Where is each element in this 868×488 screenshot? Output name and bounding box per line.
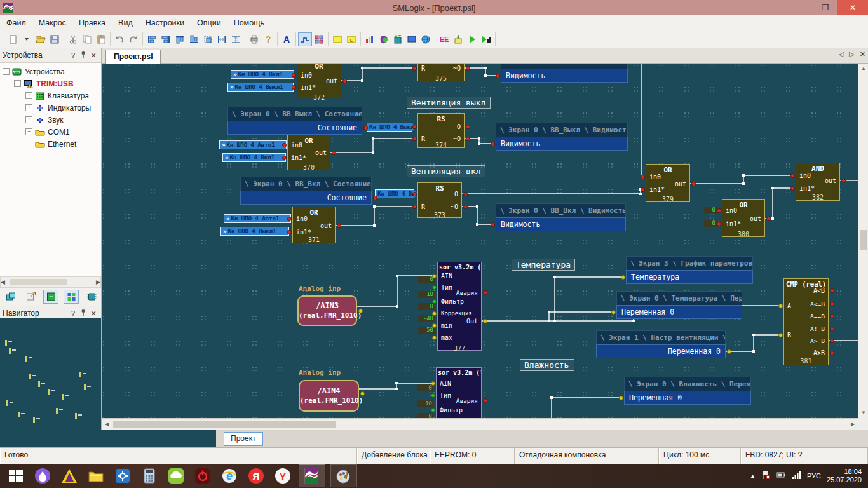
tree-item-COM1[interactable]: +COM1: [0, 126, 101, 138]
canvas-vscrollbar[interactable]: ▲ ▼: [858, 64, 868, 418]
pin-dot[interactable]: [360, 391, 365, 396]
const-value[interactable]: 50: [418, 327, 435, 334]
pin-dot[interactable]: [790, 173, 795, 178]
eeprom-icon[interactable]: EE: [437, 32, 451, 46]
pin-dot[interactable]: [412, 125, 417, 129]
tree-expand-toggle[interactable]: +: [25, 128, 32, 135]
navigator-pin-icon[interactable]: [78, 309, 88, 318]
power-icon[interactable]: [192, 465, 214, 487]
block-size-icon[interactable]: [201, 32, 215, 46]
new-file-icon[interactable]: [6, 32, 20, 46]
pin-dot[interactable]: [830, 327, 834, 331]
smlogix-taskbar-button[interactable]: [299, 464, 325, 487]
pin-dot[interactable]: [491, 142, 495, 146]
signal-tag[interactable]: »Кн ШПО 4 Вкл1: [222, 153, 286, 162]
minimize-button[interactable]: –: [789, 0, 813, 15]
triangle-app-icon[interactable]: [58, 465, 80, 487]
canvas-label[interactable]: Температура: [512, 259, 575, 271]
scroll-right-icon[interactable]: ▶: [848, 419, 858, 430]
tree-hscrollbar[interactable]: ◀▶: [0, 276, 101, 288]
pin-dot[interactable]: [287, 230, 292, 234]
pin-dot[interactable]: [611, 310, 616, 315]
pin-dot[interactable]: [358, 309, 363, 313]
pin-dot[interactable]: [363, 126, 368, 130]
restore-button[interactable]: ❐: [813, 0, 837, 15]
cascade-icon[interactable]: [3, 290, 18, 304]
globe-icon[interactable]: [419, 32, 433, 46]
fbd-block-or[interactable]: ORin0in1*out372: [297, 64, 341, 98]
note-icon[interactable]: [330, 32, 344, 46]
navigator-minimap[interactable]: [0, 318, 101, 430]
devices-close-button[interactable]: ✕: [88, 51, 98, 60]
pin-dot[interactable]: [292, 73, 296, 78]
pin-dot[interactable]: [496, 74, 500, 78]
pin-dot[interactable]: [431, 381, 435, 386]
tree-expand-toggle[interactable]: +: [25, 116, 32, 123]
open-folder-icon[interactable]: [34, 32, 48, 46]
copy-icon[interactable]: [80, 32, 94, 46]
action-center-flag-icon[interactable]: [761, 470, 771, 482]
fbd-block-or[interactable]: ORin0in1*out379: [646, 164, 690, 202]
pin-dot[interactable]: [412, 137, 417, 141]
tab-nav-▷[interactable]: ▷: [849, 50, 854, 58]
tree-item-Устройства[interactable]: −Устройства: [0, 65, 101, 78]
tray-expand-icon[interactable]: ▲: [750, 473, 756, 479]
pin-dot[interactable]: [412, 66, 417, 71]
canvas-label[interactable]: Вентиляция выкл: [407, 97, 491, 109]
pin-dot[interactable]: [830, 339, 834, 343]
pin-dot[interactable]: [466, 137, 470, 141]
const-value[interactable]: 10: [417, 400, 433, 407]
paint-taskbar-button[interactable]: [330, 464, 357, 487]
pin-dot[interactable]: [292, 85, 296, 90]
screen-var-block[interactable]: \ Экран 1 \ Настр вентиляции \ ПереПерем…: [596, 330, 726, 358]
align-top-icon[interactable]: [173, 32, 187, 46]
close-button[interactable]: ✕: [837, 0, 868, 15]
screen-var-block[interactable]: \ Экран 3 \ График параметров \ ТеТемпер…: [626, 256, 753, 284]
fbd-block-or[interactable]: ORin0in1*out380: [722, 199, 765, 237]
screen-var-block[interactable]: \ Экран 0 \ ВВ_Вкл \ ВидимостьВидимость: [496, 203, 626, 231]
pin-dot[interactable]: [432, 311, 437, 316]
tree-expand-toggle[interactable]: −: [3, 68, 10, 75]
pin-dot[interactable]: [431, 408, 435, 412]
pin-dot[interactable]: [466, 125, 470, 129]
menu-Файл[interactable]: Файл: [0, 17, 32, 29]
fbd-block-ain4[interactable]: /AIN4(real,FMR_1010): [299, 380, 359, 412]
vscroll-thumb[interactable]: [860, 230, 867, 250]
tree-item-TRIM:USB[interactable]: −!TRIM:USB: [0, 78, 101, 90]
network-signal-icon[interactable]: [792, 470, 801, 482]
menu-Опции[interactable]: Опции: [191, 17, 227, 29]
pin-dot[interactable]: [841, 179, 846, 183]
pin-dot[interactable]: [282, 143, 287, 147]
screen-var-block[interactable]: \ Экран 0 \ ВВ_Вкл \ СостояниеСостояние: [240, 177, 372, 205]
alisa-icon[interactable]: [32, 465, 53, 487]
pin-dot[interactable]: [491, 222, 495, 227]
canvas-label[interactable]: Вентиляция вкл: [407, 165, 485, 177]
pin-dot[interactable]: [691, 182, 696, 186]
const-value[interactable]: 0: [418, 303, 435, 310]
pin-dot[interactable]: [342, 79, 347, 83]
tab-nav-◁[interactable]: ◁: [839, 50, 844, 58]
undo-icon[interactable]: [112, 32, 126, 46]
pin-dot[interactable]: [432, 285, 437, 290]
pin-dot[interactable]: [717, 208, 721, 213]
language-indicator[interactable]: РУС: [807, 472, 821, 480]
navigator-close-button[interactable]: ✕: [88, 309, 98, 318]
pin-dot[interactable]: [641, 175, 645, 179]
navigator-help-button[interactable]: ?: [68, 309, 78, 317]
pin-dot[interactable]: [483, 290, 487, 295]
start-icon[interactable]: [5, 465, 27, 487]
display-icon[interactable]: [405, 32, 419, 46]
pin-dot[interactable]: [619, 396, 623, 400]
cut-icon[interactable]: [66, 32, 80, 46]
h-spacing-icon[interactable]: [215, 32, 229, 46]
hscroll-thumb[interactable]: [113, 421, 336, 428]
io-matrix-icon[interactable]: [312, 32, 326, 46]
tree-expand-toggle[interactable]: −: [14, 80, 21, 87]
pin-dot[interactable]: [830, 314, 834, 318]
menu-Макрос[interactable]: Макрос: [32, 17, 72, 29]
const-value[interactable]: 0: [417, 413, 433, 418]
pin-dot[interactable]: [830, 288, 834, 293]
palette-icon[interactable]: [377, 32, 391, 46]
const-value[interactable]: 10: [418, 291, 435, 298]
project-bottom-tab[interactable]: Проект: [224, 432, 263, 446]
